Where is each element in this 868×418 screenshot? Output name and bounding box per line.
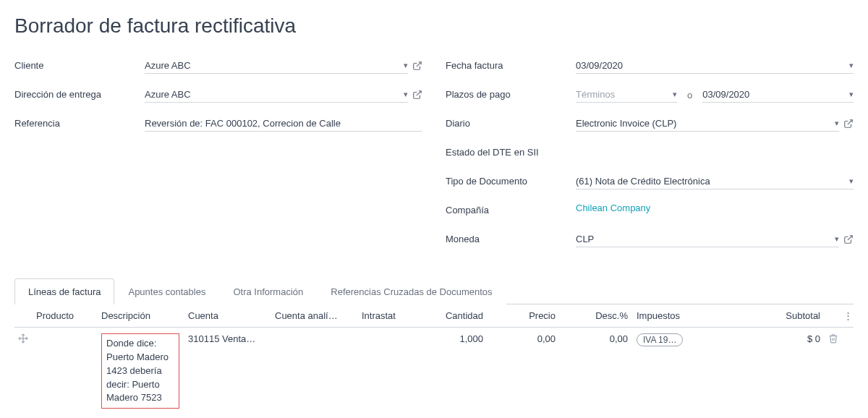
- svg-line-1: [417, 91, 421, 95]
- cliente-select[interactable]: Azure ABC ▾: [145, 58, 408, 74]
- moneda-select[interactable]: CLP ▾: [576, 231, 839, 247]
- tab-referencias-cruzadas[interactable]: Referencias Cruzadas de Documentos: [317, 278, 506, 304]
- external-link-icon[interactable]: [412, 61, 422, 71]
- referencia-label: Referencia: [14, 116, 145, 129]
- table-row[interactable]: Donde dice: Puerto Madero 1423 debería d…: [14, 328, 854, 414]
- col-cuenta: Cuenta: [184, 310, 271, 321]
- col-analitica: Cuenta analí…: [271, 310, 357, 321]
- referencia-value: Reversión de: FAC 000102, Correcion de C…: [145, 118, 341, 129]
- col-descripcion: Descripción: [97, 310, 184, 321]
- col-cantidad: Cantidad: [415, 310, 488, 321]
- col-subtotal: Subtotal: [705, 310, 825, 321]
- col-intrastat: Intrastat: [357, 310, 415, 321]
- diario-label: Diario: [446, 116, 576, 129]
- cell-cantidad[interactable]: 1,000: [415, 333, 488, 344]
- plazos-date-input[interactable]: 03/09/2020 ▾: [702, 87, 854, 103]
- chevron-down-icon: ▾: [849, 61, 854, 70]
- trash-icon[interactable]: [825, 333, 842, 344]
- external-link-icon[interactable]: [843, 234, 854, 244]
- plazos-terminos-select[interactable]: Términos ▾: [576, 87, 677, 103]
- tipo-select[interactable]: (61) Nota de Crédito Electrónica ▾: [576, 174, 854, 189]
- compania-label: Compañía: [446, 202, 576, 216]
- chevron-down-icon: ▾: [673, 90, 677, 99]
- tab-otra-informacion[interactable]: Otra Información: [219, 278, 317, 304]
- fecha-value: 03/09/2020: [576, 60, 623, 71]
- kebab-icon[interactable]: ⋮: [842, 310, 854, 321]
- tabs: Líneas de factura Apuntes contables Otra…: [14, 278, 854, 304]
- tab-apuntes-contables[interactable]: Apuntes contables: [114, 278, 219, 304]
- plazos-separator: o: [681, 90, 698, 101]
- diario-value: Electronic Invoice (CLP): [576, 118, 676, 129]
- cell-desc[interactable]: 0,00: [560, 333, 632, 344]
- fecha-label: Fecha factura: [446, 58, 576, 71]
- chevron-down-icon: ▾: [404, 61, 408, 70]
- chevron-down-icon: ▾: [404, 90, 408, 99]
- cliente-label: Cliente: [14, 58, 145, 71]
- form-left-column: Cliente Azure ABC ▾ Dirección de entrega…: [14, 58, 422, 260]
- cell-impuestos[interactable]: IVA 19…: [632, 333, 705, 346]
- tipo-label: Tipo de Documento: [446, 174, 576, 187]
- form-right-column: Fecha factura 03/09/2020 ▾ Plazos de pag…: [446, 58, 854, 260]
- cell-descripcion[interactable]: Donde dice: Puerto Madero 1423 debería d…: [101, 333, 179, 409]
- svg-line-3: [848, 236, 852, 240]
- direccion-label: Dirección de entrega: [14, 87, 145, 100]
- external-link-icon[interactable]: [412, 90, 422, 100]
- diario-select[interactable]: Electronic Invoice (CLP) ▾: [576, 116, 839, 132]
- cell-subtotal: $ 0: [705, 333, 825, 344]
- chevron-down-icon: ▾: [835, 234, 839, 244]
- plazos-date-value: 03/09/2020: [702, 89, 749, 100]
- estado-label: Estado del DTE en SII: [446, 145, 576, 158]
- cell-precio[interactable]: 0,00: [488, 333, 560, 344]
- fecha-input[interactable]: 03/09/2020 ▾: [576, 58, 854, 74]
- svg-line-2: [848, 120, 852, 124]
- col-desc: Desc.%: [560, 310, 632, 321]
- external-link-icon[interactable]: [843, 119, 854, 129]
- svg-line-0: [417, 62, 421, 67]
- cell-cuenta[interactable]: 310115 Venta…: [184, 333, 271, 344]
- moneda-label: Moneda: [446, 231, 576, 244]
- direccion-value: Azure ABC: [145, 89, 191, 100]
- page-title: Borrador de factura rectificativa: [14, 14, 854, 38]
- cliente-value: Azure ABC: [145, 60, 191, 71]
- chevron-down-icon: ▾: [849, 176, 854, 186]
- chevron-down-icon: ▾: [835, 119, 839, 128]
- chevron-down-icon: ▾: [849, 90, 854, 99]
- compania-link[interactable]: Chilean Company: [576, 202, 650, 213]
- moneda-value: CLP: [576, 234, 594, 244]
- tab-lineas-factura[interactable]: Líneas de factura: [14, 278, 114, 304]
- col-producto: Producto: [32, 310, 97, 321]
- col-impuestos: Impuestos: [632, 310, 705, 321]
- tipo-value: (61) Nota de Crédito Electrónica: [576, 176, 710, 187]
- plazos-label: Plazos de pago: [446, 87, 576, 100]
- referencia-input[interactable]: Reversión de: FAC 000102, Correcion de C…: [145, 116, 422, 132]
- plazos-placeholder: Términos: [576, 89, 615, 100]
- drag-handle-icon[interactable]: [14, 333, 32, 344]
- tax-pill[interactable]: IVA 19…: [637, 333, 683, 346]
- invoice-lines-table: Producto Descripción Cuenta Cuenta analí…: [14, 304, 854, 414]
- col-precio: Precio: [488, 310, 560, 321]
- direccion-select[interactable]: Azure ABC ▾: [145, 87, 408, 103]
